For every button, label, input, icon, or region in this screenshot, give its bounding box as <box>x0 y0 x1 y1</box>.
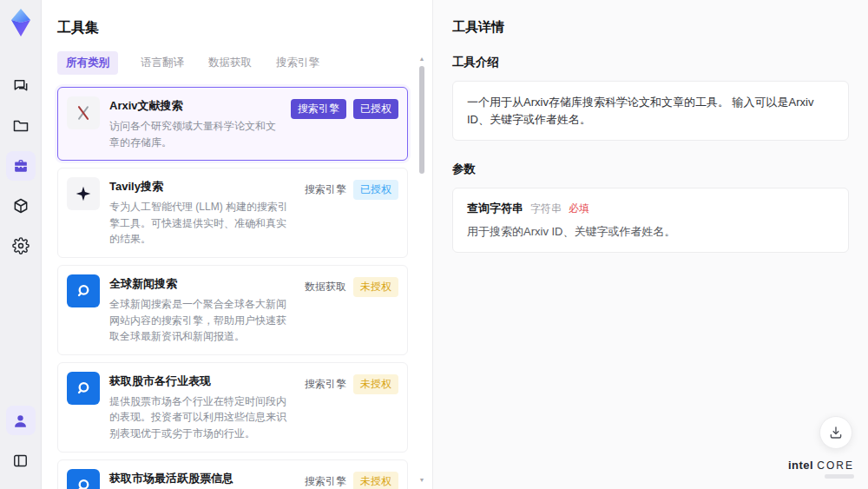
toolbox-icon <box>12 157 30 175</box>
tool-category-badge: 数据获取 <box>305 277 346 297</box>
sidebar-item-files[interactable] <box>6 111 36 141</box>
panel-toggle-icon <box>12 453 29 469</box>
tab-category-3[interactable]: 搜索引擎 <box>274 51 321 75</box>
tool-category-badge: 搜索引擎 <box>305 472 346 489</box>
tool-category-badge: 搜索引擎 <box>305 180 346 200</box>
brand-subtext-decor <box>825 474 854 479</box>
param-card: 查询字符串 字符串 必填 用于搜索的Arxiv ID、关键字或作者姓名。 <box>452 188 849 253</box>
tool-auth-status-badge: 已授权 <box>353 180 398 200</box>
scroll-down-icon[interactable]: ▼ <box>418 477 426 484</box>
tool-description: 提供股票市场各个行业在特定时间段内的表现。投资者可以利用这些信息来识别表现优于或… <box>109 393 295 442</box>
sidebar-item-packages[interactable] <box>6 191 36 221</box>
scroll-up-icon[interactable]: ▲ <box>418 56 426 63</box>
detail-title: 工具详情 <box>452 19 849 36</box>
intro-heading: 工具介绍 <box>452 55 849 70</box>
chat-icon <box>12 77 30 95</box>
tool-card-4[interactable]: 获取市场最活跃股票信息提供当天交易量最高的股票列表。投资者可以利用这些信息来识别… <box>57 459 408 489</box>
tool-card-0[interactable]: Arxiv文献搜索访问各个研究领域大量科学论文和文章的存储库。搜索引擎已授权 <box>57 87 408 161</box>
tool-name: Tavily搜索 <box>109 179 295 195</box>
tab-category-2[interactable]: 数据获取 <box>207 51 253 75</box>
tool-intro-text: 一个用于从Arxiv存储库搜索科学论文和文章的工具。 输入可以是Arxiv ID… <box>452 81 849 141</box>
download-icon <box>828 425 844 440</box>
tool-name: 获取市场最活跃股票信息 <box>109 471 295 486</box>
tool-list: Arxiv文献搜索访问各个研究领域大量科学论文和文章的存储库。搜索引擎已授权Ta… <box>57 87 408 489</box>
param-required-badge: 必填 <box>569 202 589 216</box>
tools-panel-title: 工具集 <box>57 19 408 37</box>
user-icon <box>12 413 29 429</box>
sidebar-item-collapse[interactable] <box>6 446 36 475</box>
diamond-logo-icon <box>7 8 35 37</box>
category-tabs: 所有类别语言翻译数据获取搜索引擎 <box>57 51 408 75</box>
tool-name: Arxiv文献搜索 <box>109 98 281 114</box>
tool-card-1[interactable]: Tavily搜索专为人工智能代理 (LLM) 构建的搜索引擎工具。可快速提供实时… <box>57 168 408 258</box>
brand-core: CORE <box>817 459 854 472</box>
tools-panel: 工具集 所有类别语言翻译数据获取搜索引擎 Arxiv文献搜索访问各个研究领域大量… <box>42 0 432 489</box>
tool-auth-status-badge: 未授权 <box>353 374 398 394</box>
tool-auth-status-badge: 已授权 <box>353 99 398 119</box>
scrollbar-thumb[interactable] <box>419 66 424 174</box>
tab-category-0[interactable]: 所有类别 <box>57 51 118 75</box>
tool-auth-status-badge: 未授权 <box>353 472 398 489</box>
param-desc: 用于搜索的Arxiv ID、关键字或作者姓名。 <box>467 224 834 240</box>
folder-icon <box>12 117 30 135</box>
search-blue-icon <box>67 372 100 405</box>
tool-description: 访问各个研究领域大量科学论文和文章的存储库。 <box>109 118 281 150</box>
tavily-icon <box>67 177 100 210</box>
tool-detail-panel: 工具详情 工具介绍 一个用于从Arxiv存储库搜索科学论文和文章的工具。 输入可… <box>432 0 868 489</box>
tool-card-2[interactable]: 全球新闻搜索全球新闻搜索是一个聚合全球各大新闻网站内容的搜索引擎，帮助用户快速获… <box>57 265 408 355</box>
sidebar-item-toolbox[interactable] <box>6 151 36 181</box>
tool-description: 专为人工智能代理 (LLM) 构建的搜索引擎工具。可快速提供实时、准确和真实的结… <box>109 199 295 248</box>
params-heading: 参数 <box>452 162 849 177</box>
tab-category-1[interactable]: 语言翻译 <box>139 51 186 75</box>
tool-name: 全球新闻搜索 <box>109 276 295 292</box>
tool-category-badge: 搜索引擎 <box>305 374 346 394</box>
download-button[interactable] <box>819 416 852 449</box>
tool-description: 全球新闻搜索是一个聚合全球各大新闻网站内容的搜索引擎，帮助用户快速获取全球最新资… <box>109 296 295 345</box>
tool-card-3[interactable]: 获取股市各行业表现提供股票市场各个行业在特定时间段内的表现。投资者可以利用这些信… <box>57 362 408 453</box>
sidebar-item-settings[interactable] <box>6 231 36 261</box>
param-type: 字符串 <box>530 202 562 216</box>
sidebar-rail <box>0 0 42 489</box>
search-blue-icon <box>67 274 100 307</box>
intel-core-logo: intel CORE <box>788 459 854 479</box>
package-icon <box>12 197 30 215</box>
tool-name: 获取股市各行业表现 <box>109 373 295 389</box>
app-logo[interactable] <box>4 5 37 40</box>
sidebar-item-account[interactable] <box>6 406 36 435</box>
gear-icon <box>12 237 30 254</box>
arxiv-icon <box>67 96 100 129</box>
sidebar-item-chat[interactable] <box>6 71 36 101</box>
tool-auth-status-badge: 未授权 <box>353 277 398 297</box>
scrollbar[interactable]: ▲ ▼ <box>418 56 426 484</box>
tool-category-badge: 搜索引擎 <box>291 99 346 119</box>
param-name: 查询字符串 <box>467 201 523 216</box>
search-blue-icon <box>67 469 100 489</box>
brand-intel: intel <box>788 459 813 472</box>
